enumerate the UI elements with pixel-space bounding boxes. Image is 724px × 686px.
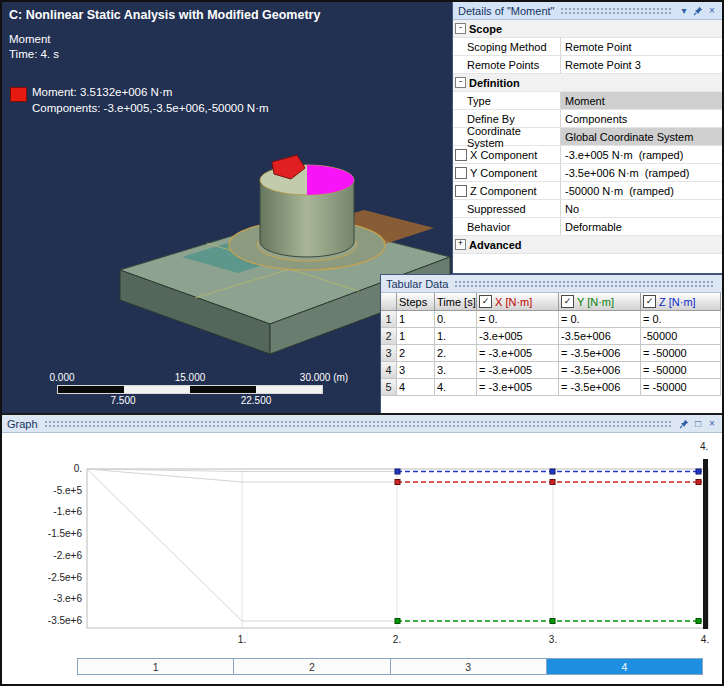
expand-expander-icon[interactable]: + (455, 239, 466, 250)
graph-pane-header[interactable]: Graph □ × (2, 415, 722, 433)
column-header-time[interactable]: Time [s] (435, 293, 477, 311)
cell-y[interactable]: = 0. (559, 311, 641, 328)
cell-z[interactable]: = -50000 (641, 362, 721, 379)
cell-y[interactable]: = -3.5e+006 (559, 362, 641, 379)
row-index[interactable]: 2 (381, 328, 397, 345)
cell-y[interactable]: = -3.5e+006 (559, 379, 641, 396)
cell-time[interactable]: 3. (435, 362, 477, 379)
checkbox-x[interactable]: ✓ (479, 295, 492, 308)
cell-time[interactable]: 4. (435, 379, 477, 396)
cell-z[interactable]: = 0. (641, 311, 721, 328)
step-button-3[interactable]: 3 (391, 659, 547, 674)
details-row-scoping-method: Scoping Method Remote Point (453, 38, 722, 56)
ruler-label-15: 15.000 (175, 372, 206, 383)
column-header-steps[interactable]: Steps (397, 293, 435, 311)
cylinder (260, 165, 354, 257)
detail-value[interactable]: -3.e+005 N·m (ramped) (561, 146, 722, 163)
detail-value[interactable]: Moment (561, 92, 722, 109)
checkbox-y[interactable]: ✓ (561, 295, 574, 308)
graph-plot (2, 432, 722, 634)
checkbox-z[interactable]: ✓ (643, 295, 656, 308)
cell-x[interactable]: -3.e+005 (477, 328, 559, 345)
tabular-pane-header[interactable]: Tabular Data (381, 275, 722, 293)
detail-value[interactable]: No (561, 200, 722, 217)
cell-x[interactable]: = -3.e+005 (477, 379, 559, 396)
details-section-definition[interactable]: - Definition (453, 74, 722, 92)
tabular-input-checkbox-y[interactable] (455, 167, 467, 179)
column-header-x[interactable]: ✓ X [N·m] (477, 293, 559, 311)
row-index[interactable]: 4 (381, 362, 397, 379)
tabular-input-checkbox-z[interactable] (455, 185, 467, 197)
details-pane-title: Details of "Moment" (456, 5, 560, 17)
details-row-z-component: Z Component -50000 N·m (ramped) (453, 182, 722, 200)
details-pane-header[interactable]: Details of "Moment" ▾ × (453, 2, 722, 20)
detail-label: Coordinate System (453, 128, 561, 145)
moment-legend-swatch (10, 87, 27, 102)
step-button-1[interactable]: 1 (78, 659, 234, 674)
row-index[interactable]: 5 (381, 379, 397, 396)
cell-steps[interactable]: 1 (397, 328, 435, 345)
pane-header-grip[interactable] (44, 420, 671, 428)
collapse-expander-icon[interactable]: - (455, 77, 466, 88)
detail-value[interactable]: Global Coordinate System (561, 128, 722, 145)
detail-value[interactable]: Components (561, 110, 722, 127)
cell-x[interactable]: = 0. (477, 311, 559, 328)
ruler-label-30: 30.000 (m) (300, 372, 348, 383)
chevron-down-icon[interactable]: ▾ (677, 4, 691, 17)
cell-y[interactable]: -3.5e+006 (559, 328, 641, 345)
cell-time[interactable]: 2. (435, 345, 477, 362)
maximize-icon[interactable]: □ (691, 417, 705, 430)
cell-z[interactable]: = -50000 (641, 345, 721, 362)
row-index-header (381, 293, 397, 311)
detail-value[interactable]: Remote Point 3 (561, 56, 722, 73)
cell-steps[interactable]: 4 (397, 379, 435, 396)
row-index[interactable]: 3 (381, 345, 397, 362)
tabular-data-pane: Tabular Data Steps Time [s] ✓ X [N·m] ✓ … (380, 274, 722, 413)
detail-label: Scoping Method (453, 38, 561, 55)
pane-header-grip[interactable] (454, 280, 713, 288)
cell-steps[interactable]: 3 (397, 362, 435, 379)
collapse-expander-icon[interactable]: - (455, 23, 466, 34)
detail-value[interactable]: Remote Point (561, 38, 722, 55)
step-button-4[interactable]: 4 (547, 659, 702, 674)
ruler-label-22-5: 22.500 (241, 395, 272, 406)
detail-label: Y Component (470, 167, 537, 179)
cell-time[interactable]: 0. (435, 311, 477, 328)
detail-value[interactable]: -50000 N·m (ramped) (561, 182, 722, 199)
y-tick: -2.5e+6 (30, 572, 82, 583)
cell-x[interactable]: = -3.e+005 (477, 345, 559, 362)
details-row-suppressed: Suppressed No (453, 200, 722, 218)
cell-z[interactable]: -50000 (641, 328, 721, 345)
pane-header-grip[interactable] (560, 7, 671, 15)
detail-value[interactable]: Deformable (561, 218, 722, 235)
details-row-behavior: Behavior Deformable (453, 218, 722, 236)
pin-icon[interactable] (677, 417, 691, 430)
detail-label: Behavior (453, 218, 561, 235)
cell-z[interactable]: = -50000 (641, 379, 721, 396)
cell-steps[interactable]: 1 (397, 311, 435, 328)
details-section-advanced[interactable]: + Advanced (453, 236, 722, 254)
cell-x[interactable]: = -3.e+005 (477, 362, 559, 379)
x-tick: 3. (535, 634, 571, 645)
details-section-scope[interactable]: - Scope (453, 20, 722, 38)
pin-icon[interactable] (691, 4, 705, 17)
cell-y[interactable]: = -3.5e+006 (559, 345, 641, 362)
viewport-title: C: Nonlinear Static Analysis with Modifi… (9, 8, 320, 22)
close-icon[interactable]: × (705, 417, 719, 430)
cell-steps[interactable]: 2 (397, 345, 435, 362)
viewport-time-label: Time: 4. s (9, 48, 59, 60)
ruler-label-0: 0.000 (49, 372, 74, 383)
details-row-x-component: X Component -3.e+005 N·m (ramped) (453, 146, 722, 164)
graph-pane: Graph □ × (2, 413, 722, 684)
column-header-y[interactable]: ✓ Y [N·m] (559, 293, 641, 311)
y-tick: -3.5e+6 (30, 615, 82, 626)
legend-moment-value: Moment: 3.5132e+006 N·m (32, 86, 172, 98)
y-tick: -3.e+6 (30, 593, 82, 604)
row-index[interactable]: 1 (381, 311, 397, 328)
tabular-input-checkbox-x[interactable] (455, 149, 467, 161)
column-header-z[interactable]: ✓ Z [N·m] (641, 293, 721, 311)
cell-time[interactable]: 1. (435, 328, 477, 345)
close-icon[interactable]: × (705, 4, 719, 17)
step-button-2[interactable]: 2 (234, 659, 390, 674)
detail-value[interactable]: -3.5e+006 N·m (ramped) (561, 164, 722, 181)
